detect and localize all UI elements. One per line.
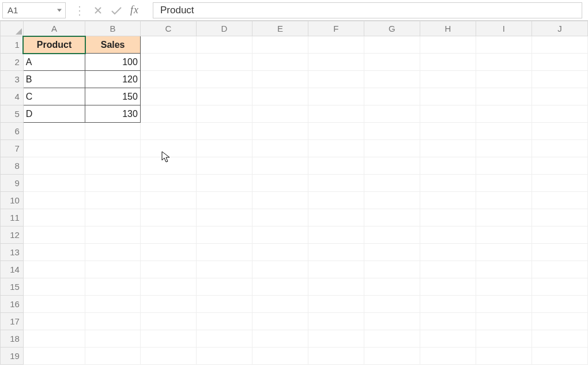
cell[interactable]: [308, 88, 364, 105]
cell[interactable]: [252, 140, 308, 157]
cell[interactable]: [140, 192, 196, 209]
cell[interactable]: [532, 348, 587, 365]
cell[interactable]: [85, 192, 140, 209]
cell[interactable]: [140, 71, 196, 88]
enter-icon[interactable]: [111, 6, 122, 15]
cell[interactable]: [196, 313, 252, 330]
cell[interactable]: [23, 261, 85, 278]
row-header[interactable]: 19: [1, 348, 24, 365]
row-header[interactable]: 2: [1, 54, 24, 71]
cell[interactable]: [140, 157, 196, 175]
cell[interactable]: [364, 140, 420, 157]
cell[interactable]: [308, 140, 364, 157]
cell[interactable]: [532, 313, 587, 330]
cell[interactable]: [252, 36, 308, 54]
cell[interactable]: [23, 140, 85, 157]
cell[interactable]: [476, 278, 532, 296]
cell[interactable]: [532, 36, 587, 54]
cell[interactable]: [23, 313, 85, 330]
row-header[interactable]: 8: [1, 157, 24, 175]
cell[interactable]: [532, 296, 587, 313]
cell[interactable]: [308, 296, 364, 313]
cell[interactable]: [140, 244, 196, 261]
cell[interactable]: [420, 348, 476, 365]
cell[interactable]: [476, 296, 532, 313]
cell[interactable]: [85, 140, 140, 157]
row-header[interactable]: 5: [1, 105, 24, 123]
cell[interactable]: [85, 226, 140, 244]
cell[interactable]: [420, 105, 476, 123]
select-all-corner[interactable]: [1, 21, 24, 36]
cell[interactable]: [364, 244, 420, 261]
cell[interactable]: [252, 123, 308, 140]
cell[interactable]: [308, 209, 364, 226]
row-header[interactable]: 3: [1, 71, 24, 88]
cell[interactable]: [140, 105, 196, 123]
cell[interactable]: [420, 54, 476, 71]
cell[interactable]: [364, 88, 420, 105]
cell[interactable]: [196, 175, 252, 192]
cell[interactable]: [140, 175, 196, 192]
column-header[interactable]: H: [420, 21, 476, 36]
cell[interactable]: [140, 140, 196, 157]
cell[interactable]: [85, 244, 140, 261]
cell[interactable]: [196, 296, 252, 313]
cancel-icon[interactable]: [93, 6, 103, 15]
cell[interactable]: [532, 54, 587, 71]
cell[interactable]: [364, 105, 420, 123]
name-box[interactable]: A1: [2, 2, 66, 18]
cell[interactable]: [252, 175, 308, 192]
column-header[interactable]: C: [140, 21, 196, 36]
cell[interactable]: [532, 209, 587, 226]
cell[interactable]: [308, 261, 364, 278]
cell[interactable]: [23, 348, 85, 365]
row-header[interactable]: 15: [1, 278, 24, 296]
row-header[interactable]: 1: [1, 36, 24, 54]
cell[interactable]: [196, 140, 252, 157]
cell[interactable]: [196, 71, 252, 88]
cell[interactable]: [532, 88, 587, 105]
cell[interactable]: [532, 261, 587, 278]
cell[interactable]: [308, 330, 364, 348]
row-header[interactable]: 18: [1, 330, 24, 348]
cell[interactable]: [364, 71, 420, 88]
cell[interactable]: [196, 348, 252, 365]
cell[interactable]: [364, 36, 420, 54]
cell[interactable]: [308, 175, 364, 192]
row-header[interactable]: 12: [1, 226, 24, 244]
cell[interactable]: [23, 157, 85, 175]
cell[interactable]: [140, 261, 196, 278]
cell[interactable]: [252, 244, 308, 261]
cell[interactable]: [252, 71, 308, 88]
cell[interactable]: [420, 330, 476, 348]
cell[interactable]: [532, 71, 587, 88]
row-header[interactable]: 14: [1, 261, 24, 278]
cell[interactable]: [308, 123, 364, 140]
row-header[interactable]: 4: [1, 88, 24, 105]
cell[interactable]: [23, 209, 85, 226]
cell[interactable]: [364, 157, 420, 175]
cell[interactable]: [196, 330, 252, 348]
cell[interactable]: [196, 105, 252, 123]
cell[interactable]: [532, 140, 587, 157]
cell[interactable]: [140, 123, 196, 140]
cell[interactable]: [85, 123, 140, 140]
cell[interactable]: [364, 348, 420, 365]
row-header[interactable]: 9: [1, 175, 24, 192]
cell[interactable]: [252, 278, 308, 296]
cell[interactable]: [140, 88, 196, 105]
cell[interactable]: [308, 226, 364, 244]
cell[interactable]: [85, 278, 140, 296]
cell[interactable]: [196, 244, 252, 261]
cell[interactable]: [420, 123, 476, 140]
cell[interactable]: [196, 123, 252, 140]
column-header[interactable]: J: [532, 21, 587, 36]
cell[interactable]: [476, 261, 532, 278]
cell[interactable]: [476, 313, 532, 330]
cell[interactable]: [476, 123, 532, 140]
row-header[interactable]: 10: [1, 192, 24, 209]
cell[interactable]: [85, 209, 140, 226]
cell[interactable]: [140, 209, 196, 226]
cell-A1[interactable]: Product: [23, 36, 85, 54]
cell[interactable]: [252, 105, 308, 123]
